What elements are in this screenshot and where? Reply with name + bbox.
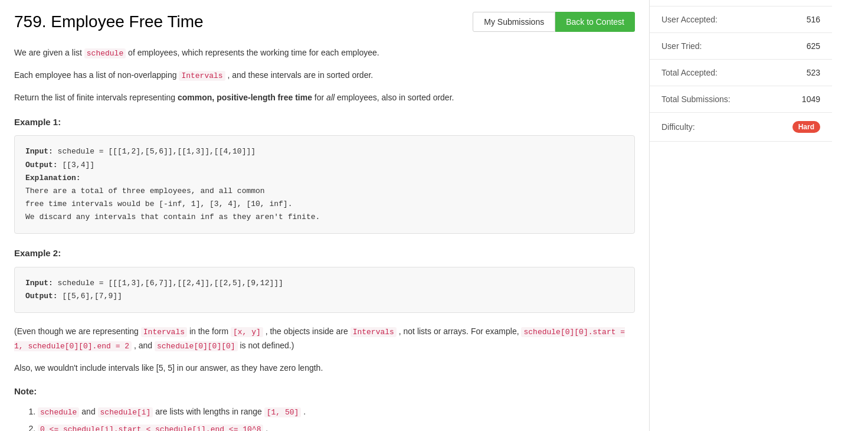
intro-1-after: of employees, which represents the worki… (126, 48, 379, 57)
difficulty-badge: Hard (792, 121, 820, 133)
note-list-item-2: 0 <= schedule[i].start < schedule[i].end… (38, 420, 635, 431)
example-2-title: Example 2: (14, 246, 635, 261)
note-para-middle3: , not lists or arrays. For example, (397, 326, 522, 336)
main-content: 759. Employee Free Time My Submissions B… (0, 0, 649, 431)
note-para-middle1: in the form (187, 326, 231, 336)
sidebar-label-total-submissions: Total Submissions: (661, 94, 731, 104)
page-container: 759. Employee Free Time My Submissions B… (0, 0, 868, 431)
note-list-item-1: schedule and schedule[i] are lists with … (38, 403, 635, 420)
sidebar-label-user-tried: User Tried: (661, 41, 702, 51)
intro-paragraph-3: Return the list of finite intervals repr… (14, 91, 635, 105)
example-1-output-value: [[3,4]] (62, 161, 94, 169)
back-to-contest-button[interactable]: Back to Contest (555, 12, 635, 32)
note-para-middle2: , the objects inside are (263, 326, 351, 336)
sidebar-label-difficulty: Difficulty: (661, 122, 695, 132)
example-1-input-label: Input: (25, 147, 58, 156)
note-item-1-middle2: are lists with lengths in range (153, 407, 264, 416)
sidebar-label-user-accepted: User Accepted: (661, 15, 718, 24)
sidebar: User Accepted: 516 User Tried: 625 Total… (649, 0, 832, 431)
intro-2-before: Each employee has a list of non-overlapp… (14, 70, 179, 80)
example-1-input-value: schedule = [[[1,2],[5,6]],[[1,3]],[[4,10… (58, 147, 256, 156)
inline-code-constraint: 0 <= schedule[i].start < schedule[i].end… (38, 425, 263, 431)
note-item-2-after: . (263, 424, 268, 431)
example-2-input-value: schedule = [[[1,3],[6,7]],[[2,4]],[[2,5]… (58, 279, 283, 288)
note-title: Note: (14, 384, 635, 399)
inline-code-schedule-i: schedule[i] (98, 407, 153, 417)
example-1-explanation-label: Explanation: (25, 174, 81, 182)
intro-2-after: , and these intervals are in sorted orde… (225, 70, 374, 80)
intro-3-middle: for (312, 93, 326, 102)
intro-3-bold: common, positive-length free time (178, 93, 312, 102)
header-buttons: My Submissions Back to Contest (473, 12, 635, 32)
intro-3-italic: all (326, 93, 335, 102)
example-1-code-block: Input: schedule = [[[1,2],[5,6]],[[1,3]]… (14, 135, 635, 234)
note-para-before: (Even though we are representing (14, 326, 141, 336)
note-item-1-after: . (301, 407, 306, 416)
sidebar-row-difficulty: Difficulty: Hard (650, 113, 832, 142)
intro-paragraph-2: Each employee has a list of non-overlapp… (14, 68, 635, 83)
note-para-after: is not defined.) (238, 341, 294, 350)
sidebar-value-total-submissions: 1049 (802, 94, 820, 104)
sidebar-row-user-tried: User Tried: 625 (650, 33, 832, 60)
my-submissions-button[interactable]: My Submissions (473, 12, 555, 32)
example-2-output-label: Output: (25, 292, 62, 301)
note-section: Note: schedule and schedule[i] are lists… (14, 384, 635, 431)
inline-code-schedule-index: schedule[0][0][0] (155, 341, 238, 351)
inline-code-intervals-1: Intervals (179, 71, 225, 81)
also-paragraph: Also, we wouldn't include intervals like… (14, 361, 635, 376)
sidebar-row-total-accepted: Total Accepted: 523 (650, 60, 832, 86)
inline-code-range-1: [1, 50] (264, 407, 302, 417)
note-para-middle4: , and (132, 341, 155, 350)
sidebar-value-user-tried: 625 (807, 41, 820, 51)
sidebar-row-user-accepted: User Accepted: 516 (650, 6, 832, 33)
intro-3-after: employees, also in sorted order. (335, 93, 454, 102)
example-2-input-label: Input: (25, 279, 58, 288)
note-list: schedule and schedule[i] are lists with … (14, 403, 635, 431)
example-1-title: Example 1: (14, 115, 635, 130)
sidebar-stats: User Accepted: 516 User Tried: 625 Total… (650, 0, 832, 142)
intro-1-before: We are given a list (14, 48, 84, 57)
example-2-code-block: Input: schedule = [[[1,3],[6,7]],[[2,4]]… (14, 267, 635, 313)
intervals-note-paragraph: (Even though we are representing Interva… (14, 325, 635, 353)
inline-code-xy: [x, y] (231, 327, 263, 337)
sidebar-label-total-accepted: Total Accepted: (661, 68, 718, 77)
intro-3-before: Return the list of finite intervals repr… (14, 93, 178, 102)
example-1-output-label: Output: (25, 161, 62, 169)
problem-body: We are given a list schedule of employee… (14, 46, 635, 431)
example-1-explanation-text: There are a total of three employees, an… (25, 187, 320, 221)
note-item-1-middle1: and (79, 407, 97, 416)
page-title: 759. Employee Free Time (14, 12, 204, 31)
inline-code-schedule-2: schedule (38, 407, 79, 417)
example-2-output-value: [[5,6],[7,9]] (62, 292, 122, 301)
inline-code-intervals-2: Intervals (141, 327, 187, 337)
header-row: 759. Employee Free Time My Submissions B… (14, 12, 635, 32)
intro-paragraph-1: We are given a list schedule of employee… (14, 46, 635, 60)
inline-code-schedule: schedule (84, 48, 126, 58)
sidebar-value-total-accepted: 523 (807, 68, 820, 77)
sidebar-row-total-submissions: Total Submissions: 1049 (650, 86, 832, 113)
inline-code-intervals-3: Intervals (351, 327, 397, 337)
sidebar-value-user-accepted: 516 (807, 15, 820, 24)
